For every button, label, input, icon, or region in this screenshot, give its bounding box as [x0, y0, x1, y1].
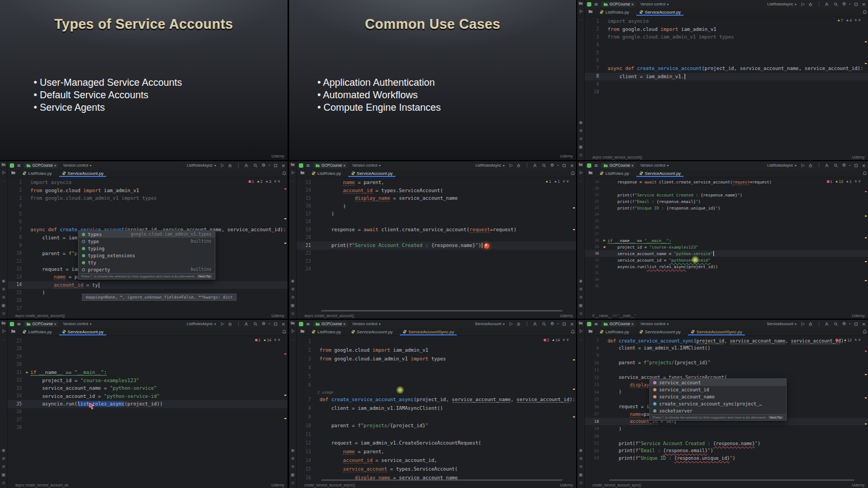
- scrollbar-mark[interactable]: [573, 359, 575, 360]
- completion-item[interactable]: typing: [79, 245, 215, 252]
- vcs-widget[interactable]: Version control▾: [638, 321, 671, 327]
- breadcrumb[interactable]: if __name__ == "__main__": [592, 314, 636, 318]
- tool-window-icon[interactable]: ⊛: [289, 462, 296, 471]
- tool-window-icon[interactable]: ⊛: [289, 293, 296, 301]
- code-line[interactable]: 9: [585, 80, 868, 88]
- code-line[interactable]: 19 ): [585, 425, 868, 433]
- project-folder-icon[interactable]: [577, 161, 584, 169]
- code-line[interactable]: 17: [8, 305, 288, 313]
- tab-serviceaccount-py[interactable]: ServiceAccount.py: [634, 328, 686, 335]
- close-icon[interactable]: ×: [861, 2, 866, 7]
- tool-window-icon[interactable]: ⊛: [0, 462, 7, 471]
- bell-icon[interactable]: [861, 10, 868, 14]
- main-menu-icon[interactable]: ≡: [306, 163, 310, 168]
- tab-serviceaccount-py[interactable]: ServiceAccount.py: [346, 169, 398, 177]
- more-tools-icon[interactable]: ⋯: [577, 178, 584, 186]
- vcs-widget[interactable]: Version control▾: [350, 163, 382, 168]
- tab-serviceaccountsync-py[interactable]: ServiceAccountSync.py: [686, 328, 747, 335]
- code-line[interactable]: 1import asyncio: [8, 179, 288, 187]
- tool-window-icon[interactable]: ◉: [0, 446, 7, 454]
- tool-window-icon[interactable]: ⊛: [0, 293, 7, 301]
- settings-gear-icon[interactable]: ⚙: [842, 2, 846, 7]
- more-actions-icon[interactable]: ⋮: [236, 322, 240, 326]
- run-gutter-icon[interactable]: ▶: [601, 238, 608, 243]
- code-line[interactable]: 1: [297, 337, 576, 346]
- tool-window-icon[interactable]: ⊗: [577, 285, 584, 293]
- code-line[interactable]: 16 ): [297, 202, 576, 211]
- code-line[interactable]: 28▶if __name__ == "__main__":: [585, 237, 868, 244]
- code-line[interactable]: 25: [585, 218, 868, 224]
- more-actions-icon[interactable]: ⋮: [816, 2, 821, 7]
- main-menu-icon[interactable]: ≡: [17, 322, 21, 326]
- code-editor[interactable]: 1▲14∧ ∨2728293031▶if __name__ == "__main…: [8, 336, 288, 482]
- code-line[interactable]: 6: [8, 218, 288, 226]
- inspection-widget[interactable]: ▲7▲4∧ ∨: [837, 18, 861, 22]
- debug-icon[interactable]: [807, 2, 814, 7]
- code-line[interactable]: 9: [297, 413, 576, 421]
- tool-window-icon[interactable]: ◉: [577, 277, 584, 285]
- tab-listroles-py[interactable]: ListRoles.py: [17, 328, 57, 335]
- code-line[interactable]: 3from google.cloud.iam_admin_v1 import t…: [297, 354, 576, 363]
- code-line[interactable]: 7def create_service_account_async(projec…: [297, 395, 576, 404]
- breadcrumb[interactable]: create_service_account_async(): [304, 483, 355, 487]
- code-editor[interactable]: 2▲14∧ ∨12from google.cloud import iam_ad…: [297, 336, 576, 482]
- run-icon[interactable]: ▷: [221, 322, 224, 326]
- code-line[interactable]: 38: [8, 424, 288, 432]
- code-line[interactable]: 29◆ project_id = "course-examples123": [585, 244, 868, 250]
- code-line[interactable]: 7def create_service_account_sync(project…: [585, 337, 868, 345]
- restore-icon[interactable]: [273, 322, 278, 326]
- run-config-widget[interactable]: ServiceAccount▾: [473, 321, 507, 327]
- code-line[interactable]: 7async def create_service_account(projec…: [585, 65, 868, 73]
- bell-icon[interactable]: [861, 329, 868, 334]
- code-line[interactable]: 8 client = iam_admin_v1.IAMAsyncClient(): [297, 404, 576, 413]
- code-line[interactable]: 11: [585, 366, 868, 374]
- inspection-widget[interactable]: ▲1▲1∧ ∨: [545, 179, 569, 183]
- user-icon[interactable]: [532, 322, 538, 326]
- scrollbar-mark[interactable]: [865, 191, 867, 192]
- tool-window-icon[interactable]: ⊗: [0, 454, 7, 462]
- tool-window-icon[interactable]: ⊙: [0, 479, 7, 487]
- tab-serviceaccount-py[interactable]: ServiceAccount.py: [346, 328, 398, 335]
- code-line[interactable]: 13 name = parent,: [297, 447, 576, 456]
- user-icon[interactable]: [532, 163, 538, 168]
- code-line[interactable]: 21 print(f"Service Account Created : {re…: [585, 192, 868, 198]
- code-line[interactable]: 34: [585, 276, 868, 283]
- commit-icon[interactable]: [289, 328, 296, 336]
- scrollbar-mark[interactable]: [865, 397, 867, 398]
- close-icon[interactable]: ×: [861, 322, 866, 326]
- run-icon[interactable]: ▷: [801, 322, 805, 326]
- project-folder-icon[interactable]: [577, 0, 584, 8]
- search-icon[interactable]: [833, 2, 839, 7]
- tab-listroles-py[interactable]: ListRoles.py: [307, 328, 346, 335]
- code-line[interactable]: 31 service_account_id = "pythonserviceid…: [585, 257, 868, 263]
- scrollbar-mark[interactable]: [284, 418, 286, 419]
- code-line[interactable]: 10 parent = f"projects/{project_id}": [585, 359, 868, 367]
- code-line[interactable]: 20: [585, 433, 868, 440]
- commit-icon[interactable]: [289, 169, 296, 178]
- more-tools-icon[interactable]: ⋯: [289, 336, 296, 344]
- code-editor[interactable]: ▲7▲4∧ ∨1import asyncio2from google.cloud…: [585, 16, 868, 154]
- project-tool-button[interactable]: [9, 170, 17, 176]
- settings-gear-icon[interactable]: ⚙: [842, 163, 846, 168]
- run-config-widget[interactable]: ListRolesAsync▾: [184, 321, 218, 327]
- completion-item[interactable]: service_account_id: [650, 386, 786, 393]
- bell-icon[interactable]: [281, 329, 288, 334]
- code-line[interactable]: 18: [297, 218, 576, 226]
- more-tools-icon[interactable]: ⋯: [289, 178, 296, 186]
- code-line[interactable]: 1import asyncio: [585, 17, 868, 26]
- code-line[interactable]: 36: [8, 408, 288, 416]
- tab-listroles-py[interactable]: ListRoles.py: [595, 169, 634, 177]
- commit-icon[interactable]: [577, 169, 584, 178]
- vcs-widget[interactable]: Version control▾: [61, 321, 93, 327]
- user-icon[interactable]: [824, 163, 830, 168]
- code-line[interactable]: 24: [297, 265, 576, 274]
- code-line[interactable]: 22: [297, 250, 576, 258]
- tool-window-icon[interactable]: ⊗: [577, 454, 584, 462]
- main-menu-icon[interactable]: ≡: [594, 322, 598, 326]
- search-icon[interactable]: [541, 322, 547, 326]
- run-config-widget[interactable]: ListRolesAsync▾: [765, 2, 799, 7]
- completion-item[interactable]: service_account: [650, 379, 786, 386]
- vcs-widget[interactable]: Version control▾: [638, 2, 671, 7]
- minimize-icon[interactable]: –: [268, 322, 270, 326]
- scrollbar-mark[interactable]: [573, 416, 575, 417]
